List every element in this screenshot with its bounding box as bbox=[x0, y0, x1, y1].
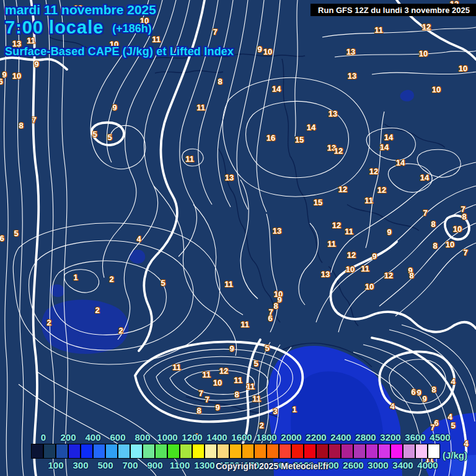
contour-label: 1 bbox=[194, 432, 198, 441]
contour-label: 10 bbox=[12, 71, 21, 81]
contour-label: 11 bbox=[172, 363, 181, 372]
contour-label: 12 bbox=[338, 185, 347, 194]
contour-label: 9 bbox=[257, 45, 262, 54]
contour-label: 11 bbox=[345, 227, 353, 236]
contour-label: 4 bbox=[447, 412, 452, 421]
contour-label: 8 bbox=[19, 121, 23, 130]
map-time-title: 7:00 locale bbox=[5, 17, 104, 38]
contour-label: 10 bbox=[446, 240, 454, 249]
contour-label: 12 bbox=[332, 221, 341, 230]
contour-label: 2 bbox=[46, 318, 51, 327]
contour-label: 10 bbox=[432, 85, 441, 94]
contour-label: 15 bbox=[314, 198, 322, 207]
contour-label: 11 bbox=[196, 103, 205, 112]
parameter-subtitle: Surface-Based CAPE (J/kg) et Lifted Inde… bbox=[5, 45, 234, 58]
contour-label: 10 bbox=[213, 378, 222, 387]
contour-label: 14 bbox=[420, 173, 429, 182]
contour-label: 14 bbox=[307, 123, 315, 132]
contour-label: 4 bbox=[390, 402, 394, 411]
contour-label: 11 bbox=[327, 239, 336, 249]
contour-label: 11 bbox=[224, 280, 233, 289]
contour-label: 7 bbox=[430, 423, 434, 432]
contour-label: 8 bbox=[273, 301, 278, 311]
copyright-text: Copyright 2025 Meteociel.fr bbox=[216, 461, 329, 471]
contour-label: 13 bbox=[273, 226, 281, 236]
contour-label: 11 bbox=[425, 455, 434, 464]
title-block: mardi 11 novembre 2025 7:00 locale (+186… bbox=[5, 2, 234, 58]
contour-label: 6 bbox=[0, 234, 4, 243]
contour-label: 10 bbox=[346, 265, 355, 274]
contour-label: 10 bbox=[453, 224, 462, 234]
contour-label: 5 bbox=[14, 229, 18, 238]
contour-label: 11 bbox=[246, 382, 255, 391]
contour-label: 14 bbox=[384, 133, 393, 142]
contour-label: 8 bbox=[431, 385, 436, 394]
contour-label: 12 bbox=[369, 167, 378, 176]
map-date-title: mardi 11 novembre 2025 bbox=[5, 2, 234, 17]
contour-label: 11 bbox=[252, 394, 261, 403]
contour-label: 5 bbox=[107, 133, 112, 142]
contour-label: 2 bbox=[259, 421, 263, 430]
contour-label: 1 bbox=[292, 405, 296, 414]
contour-label: 9 bbox=[34, 60, 38, 69]
contour-label: 5 bbox=[92, 130, 97, 139]
contour-label: 14 bbox=[380, 143, 389, 152]
contour-label: 9 bbox=[372, 252, 376, 261]
contour-label: 6 bbox=[411, 387, 415, 397]
contour-label: 4 bbox=[136, 234, 141, 244]
contour-label: 8 bbox=[462, 212, 466, 221]
contour-label: 7 bbox=[423, 208, 427, 218]
contour-label: 12 bbox=[347, 250, 356, 260]
run-info-box: Run GFS 12Z du lundi 3 novembre 2025 bbox=[311, 4, 476, 16]
contour-label: 9 bbox=[112, 103, 117, 112]
contour-label: 14 bbox=[272, 84, 281, 94]
contour-label: 12 bbox=[219, 366, 228, 376]
contour-label: 10 bbox=[263, 47, 272, 56]
contour-label: 11 bbox=[364, 196, 373, 205]
contour-label: 11 bbox=[185, 154, 194, 164]
contour-label: 8 bbox=[431, 219, 435, 229]
contour-label: 9 bbox=[387, 227, 391, 237]
contour-label: 6 bbox=[268, 314, 272, 323]
contour-label: 5 bbox=[253, 359, 258, 368]
contour-map-canvas bbox=[0, 0, 476, 476]
contour-label: 6 bbox=[0, 77, 3, 86]
contour-label: 8 bbox=[433, 241, 437, 250]
contour-label: 11 bbox=[202, 370, 211, 379]
contour-label: 16 bbox=[267, 133, 275, 143]
contour-label: 12 bbox=[377, 185, 386, 195]
forecast-offset-label: (+186h) bbox=[112, 20, 152, 35]
contour-label: 7 bbox=[463, 248, 467, 257]
run-info-text: Run GFS 12Z du lundi 3 novembre 2025 bbox=[318, 6, 470, 15]
contour-label: 9 bbox=[229, 344, 234, 353]
contour-label: 5 bbox=[451, 421, 455, 430]
contour-label: 13 bbox=[321, 270, 330, 279]
contour-label: 11 bbox=[361, 264, 369, 273]
contour-label: 5 bbox=[161, 278, 165, 288]
contour-label: 11 bbox=[374, 25, 383, 35]
contour-label: 10 bbox=[365, 282, 374, 291]
contour-label: 2 bbox=[95, 306, 99, 315]
contour-label: 9 bbox=[215, 403, 219, 412]
contour-label: 5 bbox=[265, 343, 269, 353]
contour-label: 13 bbox=[346, 47, 355, 56]
contour-label: 13 bbox=[348, 71, 356, 81]
contour-label: 11 bbox=[240, 320, 249, 329]
contour-label: 7 bbox=[198, 389, 203, 398]
contour-label: 4 bbox=[464, 439, 468, 448]
contour-label: 9 bbox=[422, 394, 426, 403]
contour-label: 8 bbox=[196, 406, 201, 415]
contour-label: 2 bbox=[118, 326, 123, 335]
contour-label: 7 bbox=[205, 395, 209, 404]
contour-label: 4 bbox=[451, 377, 455, 386]
contour-label: 2 bbox=[109, 275, 113, 284]
contour-label: 12 bbox=[422, 22, 431, 32]
contour-label: 8 bbox=[409, 271, 413, 280]
contour-label: 12 bbox=[384, 271, 393, 280]
contour-label: 8 bbox=[218, 77, 222, 86]
contour-label: 10 bbox=[459, 64, 467, 73]
contour-label: 11 bbox=[234, 376, 242, 385]
contour-label: 10 bbox=[419, 49, 428, 58]
contour-label: 13 bbox=[328, 109, 337, 118]
contour-label: 13 bbox=[225, 173, 234, 182]
